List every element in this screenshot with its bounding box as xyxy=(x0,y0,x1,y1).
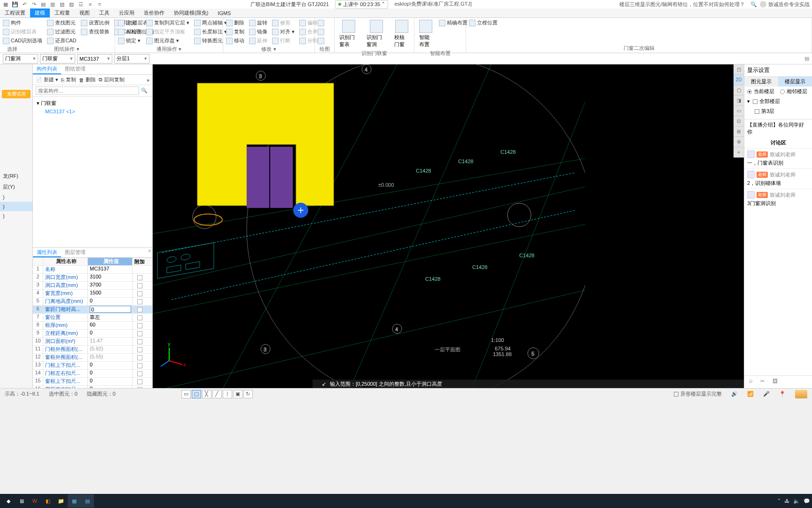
rb-cloudcheck[interactable]: 云检查 xyxy=(118,28,141,36)
sb-chk-footer[interactable]: 异形楼层显示完整 xyxy=(674,390,722,397)
rb-line[interactable] xyxy=(318,28,324,36)
tab-project-settings[interactable]: 工程设置 xyxy=(0,8,30,17)
tree-root[interactable]: ▾ 门联窗 xyxy=(37,99,148,108)
side-item-4[interactable]: ) xyxy=(0,211,32,221)
prop-checkbox[interactable] xyxy=(137,339,142,344)
sb-mic-icon[interactable]: 🎤 xyxy=(763,391,770,397)
rb-length-dim[interactable]: 长度标注 ▾ xyxy=(194,28,227,36)
sb-btn-4[interactable]: ╱ xyxy=(212,390,222,398)
qat-save[interactable]: 💾 xyxy=(12,1,18,8)
qat-4[interactable]: ▥ xyxy=(49,1,56,8)
sb-btn-6[interactable]: ▣ xyxy=(233,390,242,398)
tb-app3[interactable]: ▤ xyxy=(81,494,94,508)
search-icon-2[interactable]: 🔍 xyxy=(139,87,149,95)
side-item-3[interactable]: ) xyxy=(0,192,32,202)
side-item-y[interactable]: 层(Y) xyxy=(0,182,32,192)
sb-speaker-icon[interactable]: 🔊 xyxy=(731,391,738,397)
rb-component[interactable]: 构件 xyxy=(3,19,42,27)
tab-collab[interactable]: 协同建模(限免) xyxy=(169,8,213,17)
prop-row-3[interactable]: 3 洞口高度(mm) 3700 xyxy=(33,282,152,290)
ptab-layers[interactable]: 图层管理 xyxy=(61,248,89,257)
prop-row-8[interactable]: 8 框厚(mm) 60 xyxy=(33,322,152,330)
rb-lock[interactable]: 锁定 ▾ xyxy=(118,37,141,45)
rb-trim[interactable]: 修剪 xyxy=(272,19,295,27)
prop-row-9[interactable]: 9 立樘距离(mm) 0 xyxy=(33,330,152,338)
sb-signal-icon[interactable]: 📶 xyxy=(747,391,754,397)
ct-layer-copy[interactable]: ⧉层间复制 xyxy=(99,76,125,83)
rb-batch-select[interactable]: CAD识别选项 xyxy=(3,37,42,45)
prop-row-16[interactable]: 16 窗框左右扣尺... 0 xyxy=(33,386,152,388)
rb-rotate[interactable]: 旋转 xyxy=(249,19,267,27)
tb-folder[interactable]: 📁 xyxy=(55,494,68,508)
chk-floor-3[interactable] xyxy=(755,109,759,114)
ptab-component-list[interactable]: 构件列表 xyxy=(33,64,61,74)
vt-gear-icon[interactable]: ⚙ xyxy=(734,137,744,147)
prop-row-15[interactable]: 15 窗框上下扣尺... 0 xyxy=(33,378,152,386)
qat-8[interactable]: ≡ xyxy=(87,1,94,8)
sb-btn-7[interactable]: ↻ xyxy=(243,390,253,398)
prop-checkbox[interactable] xyxy=(137,379,142,384)
rb-set-scale[interactable]: 设置比例 xyxy=(81,19,109,27)
rb-line2[interactable] xyxy=(318,37,324,45)
tab-tools[interactable]: 工具 xyxy=(94,8,114,17)
prop-checkbox[interactable] xyxy=(137,299,142,304)
cut-icon[interactable]: ✂ xyxy=(760,378,768,386)
emoji-icon[interactable]: ☺ xyxy=(748,378,756,386)
vt-c2-icon[interactable]: ⊞ xyxy=(734,127,744,137)
prop-row-2[interactable]: 2 洞口宽度(mm) 3100 xyxy=(33,274,152,282)
rb-flat-top[interactable]: 指定平齐顶板 xyxy=(146,28,189,36)
rb-copy-other[interactable]: 复制到其它层 ▾ xyxy=(146,19,189,27)
prop-checkbox[interactable] xyxy=(137,331,142,336)
rb-mirror[interactable]: 镜像 xyxy=(249,28,267,36)
rb-elem-save[interactable]: 图元存盘 ▾ xyxy=(146,37,189,45)
vt-sel-icon[interactable]: ▭ xyxy=(734,106,744,116)
tab-quantity[interactable]: 工程量 xyxy=(50,8,75,17)
tb-start[interactable]: ◆ xyxy=(2,494,15,508)
prop-checkbox[interactable] xyxy=(137,323,142,328)
prop-row-14[interactable]: 14 门框左右扣尺... 0 xyxy=(33,370,152,378)
rb-break[interactable]: 打断 xyxy=(272,37,295,45)
group-paper[interactable]: 图纸操作 ▾ xyxy=(22,45,112,53)
tray-up-icon[interactable]: ˄ xyxy=(778,498,781,504)
sb-thumb[interactable] xyxy=(795,390,807,398)
prop-row-13[interactable]: 13 门框上下扣尺... 0 xyxy=(33,362,152,370)
image-icon[interactable]: 🖼 xyxy=(773,378,780,386)
rb-smart-layout[interactable]: 智能布置 xyxy=(417,19,434,49)
qat-undo[interactable]: ↶ xyxy=(21,1,28,8)
prop-checkbox[interactable] xyxy=(137,355,142,360)
tab-cost[interactable]: 造价协作 xyxy=(139,8,169,17)
prop-checkbox[interactable] xyxy=(137,283,142,288)
qat-redo[interactable]: ↷ xyxy=(31,1,37,8)
rtab-floor[interactable]: 楼层显示 xyxy=(778,77,812,87)
qat-menu[interactable]: ▦ xyxy=(2,1,9,8)
rb-find-replace[interactable]: 过滤图元 xyxy=(47,28,76,36)
radio-current-floor[interactable] xyxy=(747,89,752,94)
tab-cloud[interactable]: 云应用 xyxy=(114,8,139,17)
tb-search[interactable]: ⊞ xyxy=(15,494,28,508)
qat-3[interactable]: ▤ xyxy=(40,1,47,8)
prop-checkbox[interactable] xyxy=(137,315,142,320)
viewport-3d[interactable]: 4 3 5 4 3 xyxy=(153,64,744,388)
rb-mullion-pos[interactable]: 立樘位置 xyxy=(469,19,498,27)
qat-7[interactable]: ☲ xyxy=(78,1,84,8)
ct-new[interactable]: 📄新建 ▾ xyxy=(36,76,58,83)
prop-checkbox[interactable] xyxy=(137,307,142,312)
rb-precise-layout[interactable]: 精确布置 xyxy=(439,19,468,27)
prop-row-11[interactable]: 11 门框外围面积(... (5.92) xyxy=(33,346,152,354)
prop-row-6[interactable]: 6 窗距门相对高... xyxy=(33,306,152,314)
trial-pill[interactable]: 免费试用 xyxy=(2,90,31,98)
rb-cad-opts[interactable]: 查找替换 xyxy=(81,28,109,36)
rb-identify-door-hole[interactable]: 识别门窗洞 xyxy=(365,19,387,49)
vt-iso-icon[interactable]: ◨ xyxy=(734,95,744,106)
sb-loc-icon[interactable]: 📍 xyxy=(779,391,786,397)
tree-item-mc3137[interactable]: MC3137 <1> xyxy=(37,108,148,115)
tray-net-icon[interactable]: 🖧 xyxy=(784,498,789,504)
search-icon[interactable]: 🔍 xyxy=(750,1,757,8)
tb-app1[interactable]: W xyxy=(28,494,41,508)
prop-row-10[interactable]: 10 洞口面积(m²) 11.47 xyxy=(33,338,152,346)
radio-adjacent-floor[interactable] xyxy=(780,89,785,94)
prop-checkbox[interactable] xyxy=(137,371,142,376)
prop-checkbox[interactable] xyxy=(137,291,142,296)
prop-checkbox[interactable] xyxy=(137,387,142,389)
sb-btn-2[interactable]: ▢ xyxy=(192,390,201,398)
